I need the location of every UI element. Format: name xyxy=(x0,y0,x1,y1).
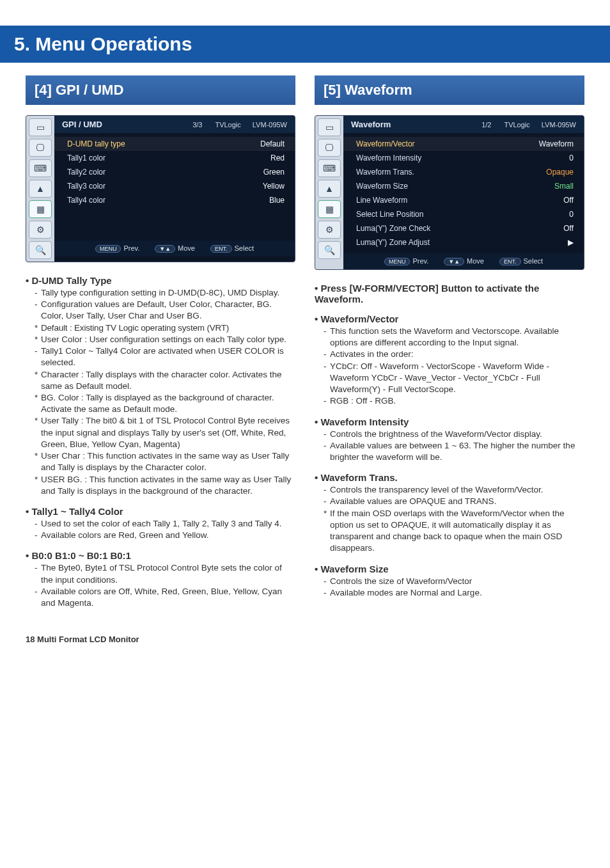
osd-row-value: Opaque xyxy=(546,168,574,177)
right-items: Press [W-FORM/VECTOR] Button to activate… xyxy=(315,283,584,599)
osd-model: LVM-095W xyxy=(542,121,576,129)
osd-page: 1/2 xyxy=(481,121,491,129)
osd-row: Waveform SizeSmall xyxy=(343,179,584,193)
osd-row-value: Off xyxy=(563,224,574,233)
bullet-item: D-UMD Tally Type-Tally type configuratio… xyxy=(26,275,295,497)
line-marker: - xyxy=(324,484,327,496)
line-marker: - xyxy=(324,440,327,452)
osd-tab-icon: ▦ xyxy=(29,200,52,218)
osd-row-label: Luma(Y') Zone Check xyxy=(356,224,430,233)
line-marker: * xyxy=(324,508,327,519)
bullet-line: -Used to set the color of each Tally 1, … xyxy=(35,518,295,530)
osd-header-left: GPI / UMD 3/3 TVLogic LVM-095W xyxy=(54,116,295,133)
osd-row-label: Waveform Size xyxy=(356,182,408,191)
line-marker: - xyxy=(35,299,38,310)
osd-row-label: Tally4 color xyxy=(67,196,106,205)
bullet-line: -Available values are between 1 ~ 63. Th… xyxy=(324,440,584,463)
bullet-line: -Controls the size of Waveform/Vector xyxy=(324,576,584,587)
osd-row: Line WaveformOff xyxy=(343,193,584,207)
osd-row-value: Default xyxy=(260,139,285,148)
osd-row-value: Green xyxy=(263,168,285,177)
line-marker: * xyxy=(35,369,38,381)
osd-row: Waveform Intensity0 xyxy=(343,151,584,165)
osd-footer-prev: MENUPrev. xyxy=(384,257,428,265)
osd-brand: TVLogic xyxy=(504,121,529,129)
left-items: D-UMD Tally Type-Tally type configuratio… xyxy=(26,275,295,609)
line-marker: - xyxy=(35,345,38,357)
bullet-item: Waveform Intensity-Controls the brightne… xyxy=(315,416,584,464)
bullet-line: -Controls the brightness of the Waveform… xyxy=(324,429,584,440)
osd-row: Waveform/VectorWaveform xyxy=(343,137,584,151)
osd-row: Tally1 colorRed xyxy=(54,151,295,165)
content-columns: [4] GPI / UMD ▭ 🖵 ⌨ ▲ ▦ ⚙ 🔍 GPI / UMD 3/… xyxy=(0,63,610,635)
bullet-line: *User Char : This function activates in … xyxy=(35,450,295,473)
line-marker: - xyxy=(324,496,327,507)
bullet-item-lines: -Controls the transparency level of the … xyxy=(315,484,584,554)
osd-row-label: Waveform/Vector xyxy=(356,139,415,148)
line-marker: - xyxy=(324,361,327,372)
osd-row-label: Tally1 color xyxy=(67,154,106,162)
bullet-item: B0:0 B1:0 ~ B0:1 B0:1-The Byte0, Byte1 o… xyxy=(26,550,295,609)
osd-footer-move: ▼▲Move xyxy=(444,257,484,265)
osd-footer-select: ENT.Select xyxy=(499,257,543,265)
line-marker: - xyxy=(35,586,38,597)
bullet-line: -This function sets the Waveform and Vec… xyxy=(324,326,584,349)
bullet-item-lines: -Tally type configuration setting in D-U… xyxy=(26,287,295,497)
bullet-line: -Available values are OPAQUE and TRANS. xyxy=(324,496,584,507)
line-marker: - xyxy=(324,326,327,337)
section-title-left: [4] GPI / UMD xyxy=(26,75,295,105)
bullet-line: *User Color : User configuration setting… xyxy=(35,334,295,345)
bullet-item: Waveform Trans.-Controls the transparenc… xyxy=(315,472,584,554)
right-column: [5] Waveform ▭ 🖵 ⌨ ▲ ▦ ⚙ 🔍 Waveform 1/2 … xyxy=(315,75,584,618)
osd-tab-icon: ⌨ xyxy=(318,159,341,177)
osd-header-right: Waveform 1/2 TVLogic LVM-095W xyxy=(343,116,584,133)
bullet-line: -The Byte0, Byte1 of TSL Protocol Contro… xyxy=(35,562,295,585)
osd-tab-icon: 🖵 xyxy=(29,139,52,157)
osd-row: Select Line Position0 xyxy=(343,207,584,221)
bullet-line: *Default : Existing TV Logic operating s… xyxy=(35,322,295,334)
osd-row-value: 0 xyxy=(569,210,574,219)
osd-row: Luma(Y') Zone CheckOff xyxy=(343,221,584,235)
osd-tab-icon: ▭ xyxy=(318,118,341,136)
bullet-line: *User Tally : The bit0 & bit 1 of TSL Pr… xyxy=(35,415,295,450)
osd-row-value: Blue xyxy=(269,196,285,205)
bullet-item-title: Press [W-FORM/VECTOR] Button to activate… xyxy=(315,283,584,304)
osd-page: 3/3 xyxy=(192,121,202,129)
bullet-line: -RGB : Off - RGB. xyxy=(324,395,584,407)
bullet-item-title: Waveform/Vector xyxy=(315,313,584,324)
osd-footer-right: MENUPrev. ▼▲Move ENT.Select xyxy=(343,253,584,269)
line-marker: * xyxy=(35,392,38,404)
osd-tab-icon: ▭ xyxy=(29,118,52,136)
osd-rows-left: D-UMD tally typeDefaultTally1 colorRedTa… xyxy=(54,133,295,241)
bullet-line: *USER BG. : This function activates in t… xyxy=(35,474,295,497)
osd-footer-prev: MENUPrev. xyxy=(95,244,139,253)
section-title-right: [5] Waveform xyxy=(315,75,584,105)
bullet-item: Press [W-FORM/VECTOR] Button to activate… xyxy=(315,283,584,304)
osd-main-right: Waveform 1/2 TVLogic LVM-095W Waveform/V… xyxy=(343,116,584,269)
osd-row-value: ▶ xyxy=(568,238,574,247)
osd-title: GPI / UMD xyxy=(62,120,102,129)
bullet-line: -Tally1 Color ~ Tally4 Color are activat… xyxy=(35,345,295,368)
osd-row-label: Waveform Trans. xyxy=(356,168,414,177)
osd-row-value: Red xyxy=(270,154,285,162)
bullet-item: Waveform/Vector-This function sets the W… xyxy=(315,313,584,407)
bullet-line: -Configuration values are Default, User … xyxy=(35,299,295,322)
bullet-line: -YCbCr: Off - Waveform - VectorScope - W… xyxy=(324,361,584,396)
bullet-line: -Available colors are Red, Green and Yel… xyxy=(35,530,295,541)
bullet-line: -Controls the transparency level of the … xyxy=(324,484,584,496)
osd-row-label: Waveform Intensity xyxy=(356,154,421,162)
osd-panel-waveform: ▭ 🖵 ⌨ ▲ ▦ ⚙ 🔍 Waveform 1/2 TVLogic LVM-0… xyxy=(315,115,584,270)
osd-tab-icon: ⚙ xyxy=(318,221,341,239)
line-marker: - xyxy=(324,429,327,440)
osd-main-left: GPI / UMD 3/3 TVLogic LVM-095W D-UMD tal… xyxy=(54,116,295,262)
bullet-line: -Activates in the order: xyxy=(324,349,584,360)
osd-footer-left: MENUPrev. ▼▲Move ENT.Select xyxy=(54,241,295,256)
osd-panel-gpi: ▭ 🖵 ⌨ ▲ ▦ ⚙ 🔍 GPI / UMD 3/3 TVLogic LVM-… xyxy=(26,115,295,262)
osd-row: Waveform Trans.Opaque xyxy=(343,165,584,179)
osd-brand: TVLogic xyxy=(215,121,240,129)
bullet-item-lines: -Used to set the color of each Tally 1, … xyxy=(26,518,295,541)
osd-row: Tally2 colorGreen xyxy=(54,165,295,179)
line-marker: * xyxy=(35,415,38,427)
osd-title: Waveform xyxy=(351,120,391,129)
osd-row-label: Select Line Position xyxy=(356,210,423,219)
